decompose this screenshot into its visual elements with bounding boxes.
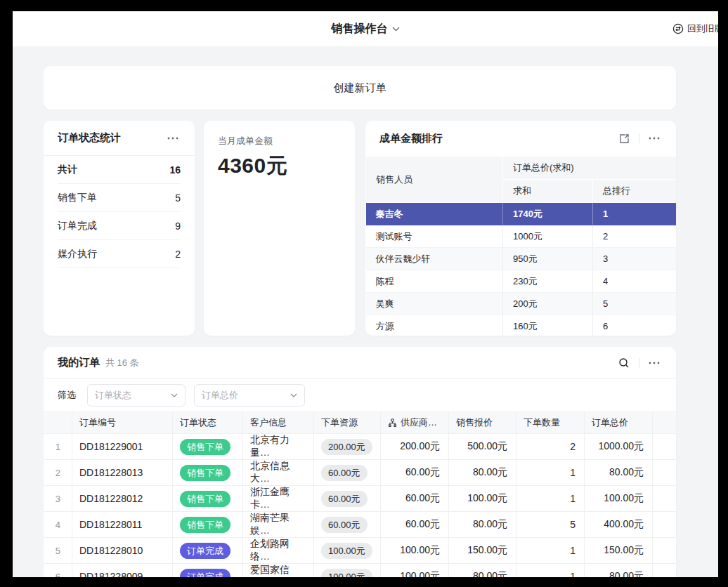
order-total-filter-select[interactable]: 订单总价 bbox=[194, 384, 305, 407]
relation-icon bbox=[388, 418, 397, 428]
stat-row-media-exec[interactable]: 媒介执行 2 bbox=[58, 240, 181, 268]
col-sum: 求和 bbox=[503, 180, 593, 203]
ranking-table: 销售人员 订单总价(求和) 求和 总排行 秦吉冬 1740元 1 测试账号 10… bbox=[365, 156, 676, 336]
workspace-switcher[interactable]: 销售操作台 bbox=[332, 22, 400, 37]
order-id: DD181228010 bbox=[72, 538, 173, 564]
status-badge: 销售下单 bbox=[180, 491, 230, 507]
row-number: 5 bbox=[44, 538, 72, 564]
customer-cell: 湖南芒果娱… bbox=[243, 512, 314, 538]
back-to-old-version-link[interactable]: 回到旧版 bbox=[672, 11, 718, 46]
person-sum: 1740元 bbox=[503, 203, 593, 225]
amount-value: 4360元 bbox=[218, 152, 341, 180]
quantity-cell: 1 bbox=[516, 460, 585, 486]
col-order-id[interactable]: 订单编号 bbox=[72, 412, 173, 434]
stat-label: 订单完成 bbox=[58, 220, 97, 232]
order-row[interactable]: 4 DD181228011 销售下单 湖南芒果娱… 60.00元 60.00元 … bbox=[44, 512, 677, 538]
customer-cell: 北京信息大… bbox=[243, 460, 314, 486]
customer-cell: 爱国家信息… bbox=[243, 564, 314, 578]
stat-label: 媒介执行 bbox=[58, 248, 97, 260]
row-number: 6 bbox=[44, 564, 72, 578]
quantity-cell: 2 bbox=[516, 434, 585, 460]
amount-label: 当月成单金额 bbox=[218, 135, 341, 147]
col-total[interactable]: 订单总价 bbox=[585, 412, 653, 434]
supplier-cell: 100.00元 bbox=[381, 538, 449, 564]
quantity-cell: 1 bbox=[516, 486, 585, 512]
col-spacer bbox=[653, 412, 677, 434]
person-sum: 950元 bbox=[503, 248, 593, 270]
ranking-row[interactable]: 方源 160元 6 bbox=[366, 315, 677, 336]
resource-tag: 100.00元 bbox=[321, 543, 372, 559]
person-rank: 1 bbox=[593, 203, 677, 225]
quantity-cell: 5 bbox=[516, 512, 585, 538]
row-number: 2 bbox=[44, 460, 72, 486]
person-name: 吴爽 bbox=[366, 293, 503, 315]
total-cell: 80.00元 bbox=[585, 460, 653, 486]
ranking-row[interactable]: 伙伴云魏少轩 950元 3 bbox=[366, 248, 677, 270]
person-rank: 3 bbox=[593, 248, 677, 270]
search-icon[interactable] bbox=[616, 355, 632, 371]
order-row[interactable]: 1 DD181229001 销售下单 北京有力量… 200.00元 200.00… bbox=[44, 434, 677, 460]
col-quantity[interactable]: 下单数量 bbox=[516, 412, 585, 434]
create-order-button[interactable]: 创建新订单 bbox=[44, 66, 676, 110]
resource-tag: 200.00元 bbox=[321, 439, 372, 455]
status-badge: 销售下单 bbox=[180, 517, 230, 533]
filter-bar: 筛选 订单状态 订单总价 bbox=[44, 379, 676, 411]
person-sum: 160元 bbox=[503, 315, 593, 336]
person-rank: 4 bbox=[593, 270, 677, 293]
orders-table: 订单编号 订单状态 客户信息 下单资源 bbox=[44, 411, 677, 577]
orders-header-row: 订单编号 订单状态 客户信息 下单资源 bbox=[44, 412, 677, 434]
stat-row-total[interactable]: 共计 16 bbox=[58, 156, 181, 184]
col-customer[interactable]: 客户信息 bbox=[243, 412, 314, 434]
ranking-row[interactable]: 测试账号 1000元 2 bbox=[366, 225, 677, 248]
open-external-icon[interactable] bbox=[616, 131, 632, 146]
stat-label: 销售下单 bbox=[58, 192, 97, 204]
divider bbox=[639, 133, 639, 143]
supplier-cell: 100.00元 bbox=[381, 564, 449, 578]
stat-value: 5 bbox=[175, 192, 181, 204]
more-icon[interactable] bbox=[165, 131, 181, 146]
order-status-stats-card: 订单状态统计 共计 16 销售下单 5 订单完成 9 媒介执行 2 bbox=[44, 121, 195, 336]
ranking-row[interactable]: 秦吉冬 1740元 1 bbox=[366, 203, 677, 225]
stat-row-sales-ordered[interactable]: 销售下单 5 bbox=[58, 184, 181, 212]
chevron-down-icon bbox=[171, 393, 178, 397]
status-badge: 订单完成 bbox=[180, 543, 230, 559]
person-rank: 6 bbox=[593, 315, 677, 336]
stat-value: 2 bbox=[175, 249, 181, 260]
person-name: 方源 bbox=[366, 315, 503, 336]
more-icon[interactable] bbox=[646, 131, 662, 146]
quote-cell: 150.00元 bbox=[449, 538, 516, 564]
stat-label: 共计 bbox=[58, 164, 77, 176]
col-supplier[interactable]: 供应商… bbox=[381, 412, 449, 434]
total-cell: 80.00元 bbox=[585, 564, 653, 578]
person-name: 陈程 bbox=[366, 270, 503, 293]
total-cell: 1000.00元 bbox=[585, 434, 653, 460]
resource-tag: 100.00元 bbox=[321, 569, 372, 578]
person-name: 伙伴云魏少轩 bbox=[366, 248, 503, 270]
col-order-status[interactable]: 订单状态 bbox=[173, 412, 243, 434]
more-icon[interactable] bbox=[646, 355, 662, 371]
filter-label: 筛选 bbox=[58, 389, 76, 402]
col-resource[interactable]: 下单资源 bbox=[314, 412, 381, 434]
ranking-row[interactable]: 陈程 230元 4 bbox=[366, 270, 677, 293]
ranking-row[interactable]: 吴爽 200元 5 bbox=[366, 293, 677, 315]
quote-cell: 80.00元 bbox=[449, 512, 516, 538]
col-quote[interactable]: 销售报价 bbox=[449, 412, 516, 434]
order-id: DD181228009 bbox=[72, 564, 173, 578]
select-placeholder: 订单总价 bbox=[202, 389, 238, 402]
create-order-label: 创建新订单 bbox=[334, 81, 386, 95]
order-row[interactable]: 5 DD181228010 订单完成 企划路网络… 100.00元 100.00… bbox=[44, 538, 677, 564]
order-status-filter-select[interactable]: 订单状态 bbox=[87, 384, 186, 407]
stat-value: 9 bbox=[175, 220, 181, 232]
resource-tag: 60.00元 bbox=[321, 465, 368, 481]
chevron-down-icon bbox=[392, 27, 400, 32]
quote-cell: 100.00元 bbox=[449, 486, 516, 512]
col-salesperson: 销售人员 bbox=[366, 157, 503, 203]
status-badge: 订单完成 bbox=[180, 569, 230, 578]
stat-row-order-complete[interactable]: 订单完成 9 bbox=[58, 212, 181, 240]
resource-tag: 60.00元 bbox=[321, 517, 368, 533]
supplier-cell: 60.00元 bbox=[381, 460, 449, 486]
order-row[interactable]: 3 DD181228012 销售下单 浙江金鹰卡… 60.00元 60.00元 … bbox=[44, 486, 677, 512]
order-row[interactable]: 2 DD181228013 销售下单 北京信息大… 60.00元 60.00元 … bbox=[44, 460, 677, 486]
status-badge: 销售下单 bbox=[180, 439, 230, 455]
order-row[interactable]: 6 DD181228009 订单完成 爱国家信息… 100.00元 100.00… bbox=[44, 564, 677, 578]
